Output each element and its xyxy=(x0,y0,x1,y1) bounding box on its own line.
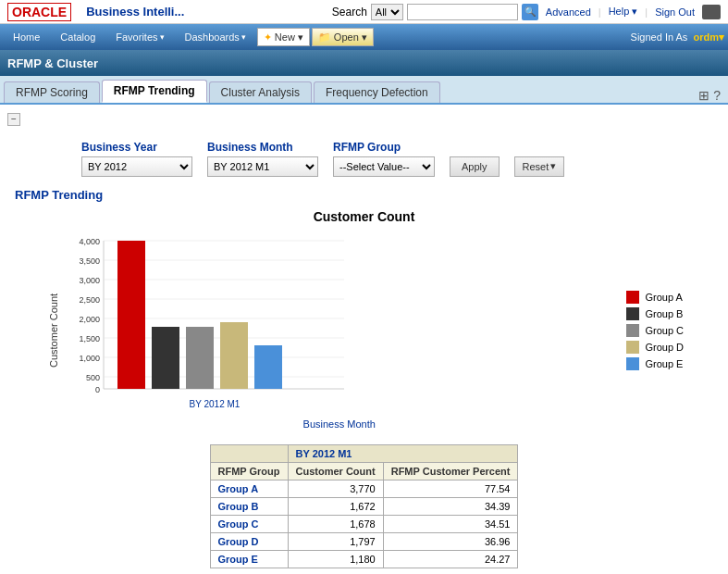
legend-color-d xyxy=(626,341,639,354)
tab-icons: ⊞ ? xyxy=(698,88,728,103)
reset-arrow-icon: ▾ xyxy=(550,160,556,172)
legend-item-b: Group B xyxy=(626,307,684,320)
top-links: Advanced | Help ▾ | Sign Out xyxy=(546,5,721,19)
user-icon xyxy=(702,5,721,19)
oracle-logo-text: ORACLE xyxy=(7,3,71,21)
search-icon[interactable]: 🔍 xyxy=(522,4,538,20)
legend-item-e: Group E xyxy=(626,357,684,370)
customer-count-header: Customer Count xyxy=(288,462,383,480)
period-header: BY 2012 M1 xyxy=(288,444,518,462)
table-row: Group D 1,797 36.96 xyxy=(210,532,518,550)
group-b-percent: 34.39 xyxy=(383,497,518,515)
group-c-label: Group C xyxy=(210,515,288,532)
table-row: Group E 1,180 24.27 xyxy=(210,550,518,568)
group-e-count: 1,180 xyxy=(288,550,383,568)
svg-text:1,000: 1,000 xyxy=(79,354,100,363)
group-d-percent: 36.96 xyxy=(383,532,518,550)
legend-label-b: Group B xyxy=(645,308,683,319)
legend-color-c xyxy=(626,324,639,337)
group-d-label: Group D xyxy=(210,532,288,550)
nav-catalog[interactable]: Catalog xyxy=(51,24,105,50)
collapse-button[interactable]: − xyxy=(7,113,20,126)
legend-item-a: Group A xyxy=(626,291,684,304)
apply-button[interactable]: Apply xyxy=(450,156,500,177)
open-button[interactable]: 📁 Open ▾ xyxy=(312,28,374,46)
data-table: BY 2012 M1 RFMP Group Customer Count RFM… xyxy=(210,444,519,568)
advanced-link[interactable]: Advanced xyxy=(546,6,591,18)
grid-icon[interactable]: ⊞ xyxy=(698,88,709,103)
legend-color-e xyxy=(626,357,639,370)
search-input[interactable] xyxy=(407,4,518,20)
x-axis-label: Business Month xyxy=(67,418,611,430)
nav-favorites[interactable]: Favorites ▾ xyxy=(106,24,173,50)
chart-area: Customer Count 4,000 xyxy=(44,231,684,430)
search-area: Search All 🔍 xyxy=(332,4,538,20)
svg-text:0: 0 xyxy=(95,385,100,394)
rfmp-percent-header: RFMP Customer Percent xyxy=(383,462,518,480)
group-a-count: 3,770 xyxy=(288,480,383,497)
dashboards-arrow-icon: ▾ xyxy=(241,32,246,42)
legend-item-d: Group D xyxy=(626,341,684,354)
rfmp-group-select[interactable]: --Select Value-- Group A Group B xyxy=(333,156,435,177)
group-d-count: 1,797 xyxy=(288,532,383,550)
group-c-percent: 34.51 xyxy=(383,515,518,532)
table-row: Group A 3,770 77.54 xyxy=(210,480,518,497)
new-arrow-icon: ▾ xyxy=(298,31,303,44)
new-star-icon: ✦ xyxy=(264,31,272,44)
help-link[interactable]: Help ▾ xyxy=(609,6,638,18)
svg-text:2,500: 2,500 xyxy=(79,295,100,305)
business-year-select[interactable]: BY 2012 BY 2011 xyxy=(81,156,192,177)
tab-cluster-analysis[interactable]: Cluster Analysis xyxy=(209,81,312,103)
reset-button[interactable]: Reset ▾ xyxy=(514,156,565,177)
open-arrow-icon: ▾ xyxy=(362,31,367,44)
nav-home[interactable]: Home xyxy=(4,24,49,50)
business-year-filter: Business Year BY 2012 BY 2011 xyxy=(81,141,192,177)
content-area: − Business Year BY 2012 BY 2011 Business… xyxy=(0,105,728,574)
bar-group-b xyxy=(152,327,179,389)
search-scope-select[interactable]: All xyxy=(371,4,403,20)
svg-text:500: 500 xyxy=(86,373,100,382)
chart-legend: Group A Group B Group C Group D Group E xyxy=(626,231,684,430)
svg-text:4,000: 4,000 xyxy=(79,237,100,246)
svg-text:BY 2012 M1: BY 2012 M1 xyxy=(190,399,241,409)
business-month-filter: Business Month BY 2012 M1 BY 2012 M2 xyxy=(207,141,318,177)
group-a-label: Group A xyxy=(210,480,288,497)
tab-frequency-defection[interactable]: Frequency Defection xyxy=(314,81,440,103)
app-header-title: RFMP & Cluster xyxy=(7,56,98,70)
chart-svg: 4,000 3,500 3,000 2,500 2,000 1,500 1,00… xyxy=(67,231,400,417)
table-row: Group B 1,672 34.39 xyxy=(210,497,518,515)
rfmp-group-filter: RFMP Group --Select Value-- Group A Grou… xyxy=(333,141,435,177)
new-button[interactable]: ✦ New ▾ xyxy=(257,28,310,46)
group-header-cell: RFMP Group xyxy=(210,462,288,480)
svg-text:3,000: 3,000 xyxy=(79,276,100,285)
tabs-bar: RFMP Scoring RFMP Trending Cluster Analy… xyxy=(0,76,728,105)
group-e-label: Group E xyxy=(210,550,288,568)
section-title: RFMP Trending xyxy=(7,184,721,209)
username[interactable]: ordm▾ xyxy=(694,31,725,43)
chart-inner: 4,000 3,500 3,000 2,500 2,000 1,500 1,00… xyxy=(67,231,611,430)
legend-label-e: Group E xyxy=(645,358,683,369)
group-a-percent: 77.54 xyxy=(383,480,518,497)
app-title: Business Intelli... xyxy=(79,5,184,19)
rfmp-group-label: RFMP Group xyxy=(333,141,435,154)
legend-color-b xyxy=(626,307,639,320)
nav-dashboards[interactable]: Dashboards ▾ xyxy=(176,24,255,50)
legend-label-c: Group C xyxy=(645,325,684,336)
data-table-wrap: BY 2012 M1 RFMP Group Customer Count RFM… xyxy=(7,444,721,568)
filter-row: Business Year BY 2012 BY 2011 Business M… xyxy=(7,133,721,184)
bar-group-a xyxy=(117,241,145,389)
y-axis-label: Customer Count xyxy=(44,231,63,430)
help-circle-icon[interactable]: ? xyxy=(713,88,721,103)
bar-group-e xyxy=(254,345,282,389)
sign-out-link[interactable]: Sign Out xyxy=(655,6,695,18)
app-header: RFMP & Cluster xyxy=(0,50,728,76)
svg-text:2,000: 2,000 xyxy=(79,315,100,324)
group-c-count: 1,678 xyxy=(288,515,383,532)
legend-label-d: Group D xyxy=(645,342,684,353)
bar-group-c xyxy=(186,327,214,389)
business-month-select[interactable]: BY 2012 M1 BY 2012 M2 xyxy=(207,156,318,177)
tab-rfmp-scoring[interactable]: RFMP Scoring xyxy=(4,81,100,103)
tab-rfmp-trending[interactable]: RFMP Trending xyxy=(102,80,207,103)
nav-bar: Home Catalog Favorites ▾ Dashboards ▾ ✦ … xyxy=(0,24,728,50)
open-folder-icon: 📁 xyxy=(318,31,331,44)
